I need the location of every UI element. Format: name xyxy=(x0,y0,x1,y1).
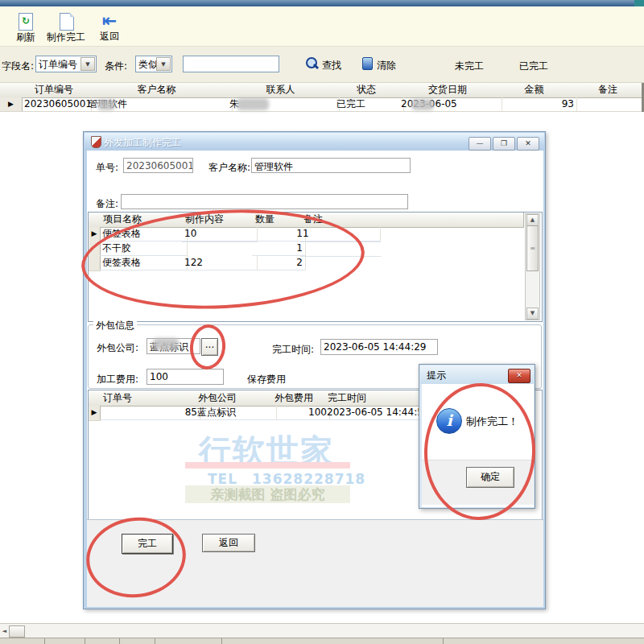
save-fee-label[interactable]: 保存费用 xyxy=(247,373,286,386)
dialog-footer: 完工 返回 xyxy=(87,519,543,607)
find-button[interactable]: 查找 xyxy=(304,55,354,74)
cell: 2 xyxy=(252,256,306,270)
column-header[interactable]: 客户名称 xyxy=(86,83,228,98)
search-input[interactable] xyxy=(183,56,279,72)
condition-label: 条件: xyxy=(105,60,127,73)
back-button[interactable]: ⇤ 返回 xyxy=(90,13,129,43)
column-header[interactable]: 金额 xyxy=(497,83,572,98)
finish-time-input[interactable]: 2023-06-05 14:44:29 xyxy=(320,339,438,355)
message-box-titlebar[interactable]: 提示 ✕ xyxy=(420,365,534,384)
dialog-title: 外发加工制作完工 xyxy=(104,136,181,150)
blur-patch xyxy=(411,99,434,110)
refresh-label: 刷新 xyxy=(6,31,45,44)
row-selector: ▶ xyxy=(89,227,101,242)
eraser-icon xyxy=(362,57,373,70)
remark-input[interactable] xyxy=(121,194,408,209)
scroll-thumb[interactable]: ≡ xyxy=(526,225,539,271)
cell: 85 xyxy=(100,406,200,420)
blur-patch xyxy=(153,338,179,350)
column-header[interactable]: 订单编号 xyxy=(22,83,87,98)
info-icon: i xyxy=(436,408,462,434)
chevron-down-icon[interactable]: ▼ xyxy=(156,57,171,71)
order-no-label: 单号: xyxy=(96,161,118,175)
back-arrow-icon: ⇤ xyxy=(102,10,117,31)
return-button[interactable]: 返回 xyxy=(202,534,255,552)
message-box-footer: 确定 xyxy=(422,460,534,505)
history-column-header[interactable]: 完工时间 xyxy=(324,390,425,407)
items-column-header[interactable]: 项目名称 xyxy=(100,213,186,228)
refresh-button[interactable]: ↻ 刷新 xyxy=(6,13,45,44)
document-icon xyxy=(60,13,74,31)
cell xyxy=(182,242,258,242)
app-shield-icon xyxy=(91,136,101,148)
cell-amount: 93 xyxy=(497,97,577,111)
blur-patch xyxy=(237,98,269,110)
row-selector: ▶ xyxy=(0,97,23,112)
cell: 便签表格 xyxy=(100,227,188,242)
find-label: 查找 xyxy=(322,59,341,72)
minimize-button[interactable]: — xyxy=(469,137,491,151)
make-done-label: 制作完工 xyxy=(44,31,88,44)
history-column-header[interactable]: 外包费用 xyxy=(271,390,328,407)
condition-value: 类似 xyxy=(138,59,158,70)
cell: 便签表格 xyxy=(100,256,188,270)
history-column-header[interactable]: 外包公司 xyxy=(195,390,275,407)
history-column-header[interactable]: 订单号 xyxy=(100,390,199,407)
horizontal-scrollbar[interactable]: ◄ xyxy=(0,623,644,638)
field-name-value: 订单编号 xyxy=(39,59,77,70)
items-vertical-scrollbar[interactable]: ▲ ≡ ▼ xyxy=(525,213,540,320)
fee-input[interactable]: 100 xyxy=(147,369,224,385)
close-icon[interactable]: ✕ xyxy=(508,369,530,383)
scroll-thumb[interactable] xyxy=(9,625,25,638)
cell: 1 xyxy=(300,227,381,242)
column-header[interactable]: 联系人 xyxy=(227,83,335,98)
scroll-left-icon[interactable]: ◄ xyxy=(1,626,8,636)
message-box-title: 提示 xyxy=(427,369,446,382)
column-header[interactable]: 备注 xyxy=(572,83,644,98)
cell: 不干胶 xyxy=(100,242,188,256)
customer-input[interactable]: 管理软件 xyxy=(251,158,411,173)
items-column-header[interactable]: 备注 xyxy=(300,213,379,228)
items-column-header[interactable]: 制作内容 xyxy=(182,213,256,228)
browse-button[interactable]: ... xyxy=(201,338,218,356)
finish-button[interactable]: 完工 xyxy=(122,534,173,554)
column-header[interactable]: 交货日期 xyxy=(398,83,497,98)
clear-label: 清除 xyxy=(377,59,396,72)
scroll-up-icon[interactable]: ▲ xyxy=(526,214,539,226)
unfinished-filter[interactable]: 未完工 xyxy=(455,60,484,73)
back-label: 返回 xyxy=(90,30,129,43)
filter-bar: 字段名: 订单编号 ▼ 条件: 类似 ▼ 查找 清除 未完工 已完工 xyxy=(0,47,644,83)
blur-patch xyxy=(97,100,115,110)
main-toolbar: ↻ 刷新 制作完工 ⇤ 返回 xyxy=(0,6,644,47)
orders-grid: 订单编号 客户名称 联系人 状态 交货日期 金额 备注 ▶ 2023060500… xyxy=(0,83,644,112)
cell: 1 xyxy=(252,227,306,242)
message-text: 制作完工！ xyxy=(466,415,518,429)
company-label: 外包公司: xyxy=(97,341,138,355)
top-right-fragment xyxy=(634,0,644,6)
condition-combobox[interactable]: 类似 ▼ xyxy=(135,56,172,72)
watermark-warning: 亲测截图 盗图必究 xyxy=(185,485,350,503)
message-box-body: i 制作完工！ 确定 xyxy=(422,384,534,507)
order-no-input[interactable]: 20230605001 xyxy=(123,158,193,173)
field-name-combobox[interactable]: 订单编号 ▼ xyxy=(35,56,97,72)
make-done-button[interactable]: 制作完工 xyxy=(44,13,88,44)
dialog-titlebar[interactable]: 外发加工制作完工 — ❐ ✕ xyxy=(85,133,544,151)
items-column-header[interactable]: 数量 xyxy=(252,213,304,228)
watermark-bar xyxy=(185,462,350,469)
maximize-button[interactable]: ❐ xyxy=(493,137,515,151)
cell-order-no: 20230605001 xyxy=(22,97,92,111)
column-header[interactable]: 状态 xyxy=(334,83,399,98)
top-accent-bar xyxy=(0,0,644,6)
chevron-down-icon[interactable]: ▼ xyxy=(80,57,95,71)
items-grid: 项目名称 制作内容 数量 备注 ▶ 便签表格 10 1 1 不干胶 1 xyxy=(88,212,543,322)
cell: 100 xyxy=(271,406,330,420)
ok-button[interactable]: 确定 xyxy=(466,467,514,488)
clear-button[interactable]: 清除 xyxy=(361,55,411,74)
close-button[interactable]: ✕ xyxy=(517,137,539,151)
remark-label: 备注: xyxy=(96,197,118,211)
scroll-down-icon[interactable]: ▼ xyxy=(526,308,539,320)
fee-label: 加工费用: xyxy=(97,373,138,386)
finished-filter[interactable]: 已完工 xyxy=(519,60,548,73)
message-box: 提示 ✕ i 制作完工！ 确定 xyxy=(419,364,535,509)
app-window: ↻ 刷新 制作完工 ⇤ 返回 字段名: 订单编号 ▼ 条件: 类似 ▼ 查找 xyxy=(0,0,644,644)
